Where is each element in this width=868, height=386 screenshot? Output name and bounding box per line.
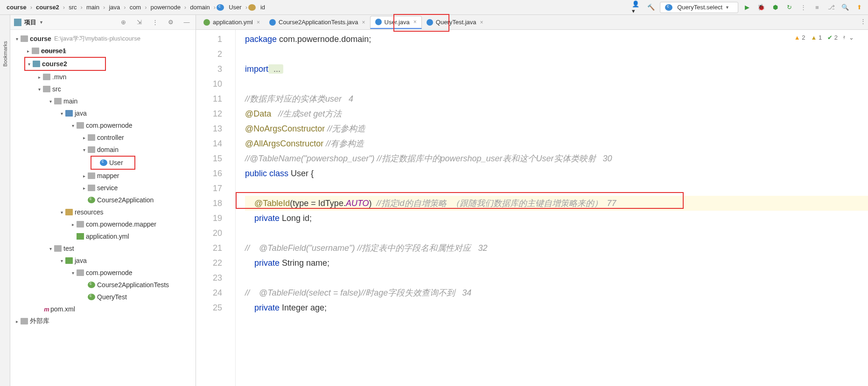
more-icon[interactable]: ⋮: [798, 2, 808, 13]
crumb[interactable]: powernode: [148, 3, 183, 12]
tree-item[interactable]: Course2ApplicationTests: [10, 279, 196, 291]
git-icon[interactable]: ⎇: [826, 2, 836, 13]
collapse-all-icon[interactable]: ⋮: [150, 17, 160, 28]
spring-icon: [88, 282, 95, 288]
code-content[interactable]: package com.powernode.domain; import ...…: [236, 30, 868, 386]
tab-label: application.yml: [213, 19, 253, 26]
tree-item-pom[interactable]: mpom.xml: [10, 303, 196, 315]
tree-item[interactable]: ▾main: [10, 95, 196, 107]
tree-item[interactable]: ▸mapper: [10, 170, 196, 182]
code-area[interactable]: 123 101112 131415 161718 192021 222324 2…: [196, 30, 868, 386]
breadcrumb: course› course2› src› main› java› com› p…: [4, 3, 632, 12]
tree-item[interactable]: QueryTest: [10, 291, 196, 303]
chevron-down-icon: ▼: [725, 5, 729, 10]
left-gutter: Bookmarks: [0, 15, 10, 386]
tree-label: 外部库: [30, 317, 49, 325]
tree-external[interactable]: ▸外部库: [10, 315, 196, 327]
crumb[interactable]: java: [106, 3, 123, 12]
coverage-icon[interactable]: ⬢: [770, 2, 780, 13]
tree-item[interactable]: ▾resources: [10, 206, 196, 218]
update-icon[interactable]: ⬆: [854, 2, 864, 13]
crumb[interactable]: src: [66, 3, 79, 12]
tab-label: Course2ApplicationTests.java: [279, 19, 358, 26]
tab-application-yml[interactable]: application.yml×: [199, 16, 265, 29]
project-tree[interactable]: ▾ course E:\java学习\mybatis-plus\course ▸…: [10, 30, 196, 386]
tree-label: QueryTest: [97, 293, 127, 301]
tree-label: course2: [42, 60, 67, 68]
tree-label: Course2ApplicationTests: [97, 281, 169, 289]
tree-label: course1: [41, 47, 66, 55]
stop-icon[interactable]: ■: [812, 2, 822, 13]
tree-item[interactable]: ▾com.powernode: [10, 119, 196, 131]
select-opened-icon[interactable]: ⊕: [118, 17, 128, 28]
tree-item[interactable]: ▸controller: [10, 131, 196, 144]
search-icon[interactable]: 🔍: [840, 2, 850, 13]
test-icon: [665, 4, 672, 11]
tabs-more-icon[interactable]: ⋮: [860, 18, 866, 25]
tree-item[interactable]: ▸.mvn: [10, 71, 196, 83]
tree-label: resources: [75, 208, 103, 216]
tree-item[interactable]: application.yml: [10, 230, 196, 242]
crumb[interactable]: main: [84, 3, 102, 12]
tree-label: service: [97, 184, 118, 192]
tree-item[interactable]: ▸service: [10, 182, 196, 194]
profile-icon[interactable]: ↻: [784, 2, 794, 13]
run-config-select[interactable]: QueryTest.select ▼: [660, 2, 738, 13]
tab-user[interactable]: User.java×: [370, 16, 422, 29]
user-icon[interactable]: 👤▾: [632, 2, 642, 13]
project-icon: [14, 19, 21, 26]
folder-icon: [54, 98, 62, 104]
spring-icon: [88, 197, 95, 203]
chevron-down-icon[interactable]: ▼: [39, 20, 43, 25]
package-icon: [88, 146, 95, 153]
close-icon[interactable]: ×: [413, 19, 417, 25]
crumb[interactable]: User: [226, 3, 244, 12]
expand-all-icon[interactable]: ⇲: [134, 17, 144, 28]
tree-label: com.powernode: [86, 122, 133, 129]
source-folder-icon: [65, 110, 73, 117]
tree-label: User: [109, 159, 123, 166]
package-icon: [88, 172, 95, 179]
crumb[interactable]: course: [4, 3, 29, 12]
tree-item[interactable]: ▾test: [10, 242, 196, 255]
tree-item[interactable]: ▾com.powernode: [10, 267, 196, 279]
tree-label: application.yml: [86, 233, 129, 240]
settings-icon[interactable]: ⚙: [166, 17, 176, 28]
fold-gutter[interactable]: [229, 30, 236, 386]
run-icon[interactable]: ▶: [742, 2, 752, 13]
run-config-label: QueryTest.select: [677, 4, 722, 11]
crumb[interactable]: course2: [33, 3, 62, 12]
tab-querytest[interactable]: QueryTest.java×: [422, 16, 488, 29]
tab-tests[interactable]: Course2ApplicationTests.java×: [265, 16, 370, 29]
tree-item[interactable]: ▾src: [10, 83, 196, 95]
gutter[interactable]: 123 101112 131415 161718 192021 222324 2…: [196, 30, 229, 386]
java-icon: [269, 19, 276, 26]
tree-item-course1[interactable]: ▸ course1: [10, 45, 196, 57]
tree-item-user[interactable]: User: [92, 157, 134, 169]
debug-icon[interactable]: 🐞: [756, 2, 766, 13]
tree-item[interactable]: Course2Application: [10, 194, 196, 206]
project-title: 项目: [24, 18, 36, 27]
editor: application.yml× Course2ApplicationTests…: [196, 15, 868, 386]
tree-item-course2[interactable]: ▾ course2: [25, 58, 105, 70]
crumb[interactable]: domain: [187, 3, 213, 12]
folder-icon: [43, 86, 50, 92]
tree-item[interactable]: ▾domain: [10, 144, 196, 156]
tree-label: controller: [97, 134, 124, 141]
tree-root[interactable]: ▾ course E:\java学习\mybatis-plus\course: [10, 33, 196, 45]
close-icon[interactable]: ×: [480, 19, 483, 26]
close-icon[interactable]: ×: [257, 19, 260, 26]
build-icon[interactable]: 🔨: [646, 2, 656, 13]
class-icon: [217, 4, 224, 11]
tree-item[interactable]: ▾java: [10, 255, 196, 267]
folder-icon: [21, 35, 28, 42]
java-icon: [375, 19, 382, 25]
tree-item[interactable]: ▾java: [10, 107, 196, 119]
close-icon[interactable]: ×: [362, 19, 365, 26]
crumb[interactable]: com: [127, 3, 144, 12]
crumb[interactable]: id: [258, 3, 268, 12]
bookmarks-tab[interactable]: Bookmarks: [2, 38, 8, 69]
module-icon: [33, 61, 40, 67]
hide-icon[interactable]: —: [182, 17, 192, 28]
tree-item[interactable]: ▸com.powernode.mapper: [10, 218, 196, 230]
